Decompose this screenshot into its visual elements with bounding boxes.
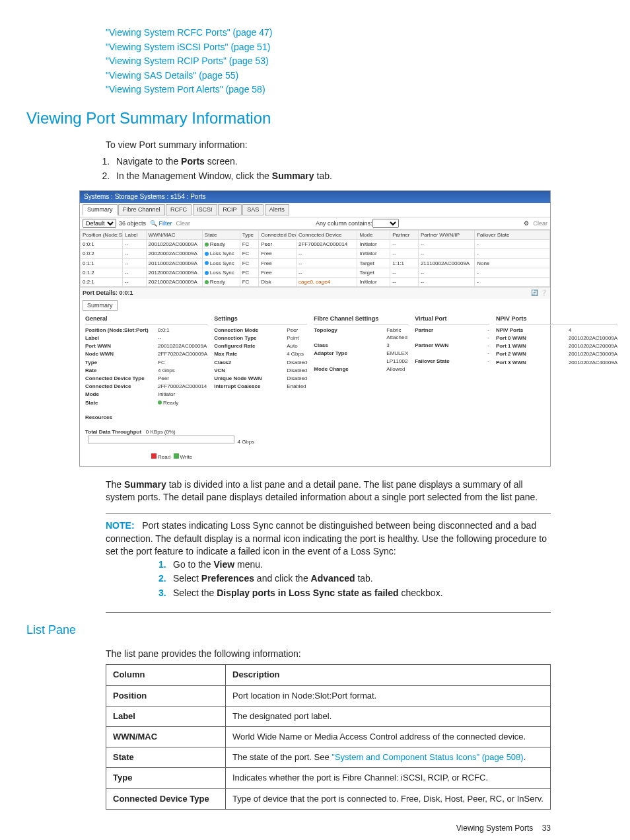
- table-row: PositionPort location in Node:Slot:Port …: [106, 685, 551, 706]
- npiv-header: NPIV Ports: [496, 315, 617, 325]
- table-row[interactable]: 0:2:1--20210002AC00009AReadyFCDiskcage0,…: [81, 277, 550, 286]
- toc-link[interactable]: "Viewing System iSCSI Ports" (page 51): [106, 42, 270, 52]
- detail-row: TopologyFabric Attached: [314, 326, 408, 341]
- tab-rcip[interactable]: RCIP: [218, 204, 242, 215]
- detail-row: Adapter TypeEMULEX LP11002: [314, 350, 408, 364]
- detail-row: Port 3 WWN20010202AC40009A: [496, 359, 617, 366]
- table-row[interactable]: 0:1:1--20110002AC00009ALoss SyncFCFree--…: [81, 258, 550, 268]
- write-color-icon: [174, 453, 179, 459]
- table-row: StateThe state of the port. See "System …: [106, 747, 551, 768]
- page-footer: Viewing System Ports 33: [53, 823, 551, 834]
- toc-link[interactable]: "Viewing System RCFC Ports" (page 47): [106, 27, 272, 38]
- intro-text: To view Port summary information:: [106, 139, 577, 152]
- detail-row: ModeInitiator: [85, 391, 207, 398]
- detail-row: Connected Device TypePeer: [85, 375, 207, 382]
- embedded-screenshot: Systems : Storage Systems : s154 : Ports…: [79, 190, 551, 467]
- cross-ref-link[interactable]: "System and Component Status Icons" (pag…: [332, 752, 523, 762]
- col-header[interactable]: Connected Device Type: [259, 230, 297, 239]
- listpane-heading: List Pane: [26, 622, 577, 638]
- virtual-header: Virtual Port: [415, 315, 489, 325]
- clear-link[interactable]: Clear: [176, 219, 191, 228]
- port-details-bar: Port Details: 0:0:1 🔄 ❔: [80, 287, 550, 299]
- throughput-value: 0 KBps (0%): [146, 429, 176, 435]
- resources-label: Resources: [85, 414, 112, 420]
- detail-row: VCNDisabled: [214, 367, 307, 374]
- col-header[interactable]: Position (Node:Slot:Port): [81, 230, 123, 239]
- column-description-table: Column Description PositionPort location…: [106, 664, 551, 809]
- detail-row: NPIV Ports4: [496, 326, 617, 334]
- fc-header: Fibre Channel Settings: [314, 315, 408, 325]
- col-header[interactable]: WWN/MAC: [146, 230, 202, 239]
- detail-row: Connected Device2FF70002AC000014: [85, 383, 207, 390]
- legend: Read Write: [151, 454, 192, 460]
- detail-row: Port 0 WWN20010202AC10009A: [496, 334, 617, 342]
- read-color-icon: [151, 453, 157, 459]
- table-row[interactable]: 0:0:2--20020002AC00009ALoss SyncFCFree--…: [81, 249, 550, 258]
- toc-links: "Viewing System RCFC Ports" (page 47) "V…: [106, 26, 577, 96]
- ports-list-table: Position (Node:Slot:Port) Label WWN/MAC …: [80, 230, 550, 287]
- table-row: LabelThe designated port label.: [106, 706, 551, 726]
- detail-pane: GeneralPosition (Node:Slot:Port)0:0:1Lab…: [80, 312, 550, 412]
- anycol-label: Any column contains:: [316, 219, 372, 228]
- filter-bar: Default 36 objects 🔍 Filter Clear Any co…: [80, 217, 550, 230]
- general-header: General: [85, 315, 207, 325]
- col-header[interactable]: Partner WWN/IP: [418, 230, 474, 239]
- detail-row: Interrupt CoalesceEnabled: [214, 383, 307, 390]
- clear-link-2[interactable]: Clear: [533, 219, 547, 228]
- col-header[interactable]: State: [202, 230, 240, 239]
- col-header[interactable]: Mode: [357, 230, 390, 239]
- throughput-label: Total Data Throughput: [85, 429, 141, 435]
- detail-row: Configured RateAuto: [214, 342, 307, 350]
- procedure-list: Navigate to the Ports screen. In the Man…: [112, 155, 577, 182]
- anycol-select[interactable]: [372, 219, 399, 228]
- refresh-icon[interactable]: 🔄: [531, 289, 538, 297]
- note-text: Port states indicating Loss Sync cannot …: [106, 520, 547, 556]
- help-icon[interactable]: ❔: [540, 289, 547, 297]
- subtab-summary[interactable]: Summary: [83, 300, 118, 311]
- col-header[interactable]: Connected Device: [297, 230, 357, 239]
- filter-link[interactable]: 🔍 Filter: [150, 219, 172, 228]
- settings-icon[interactable]: ⚙: [524, 219, 529, 228]
- throughput-rate: 4 Gbps: [237, 439, 254, 445]
- section-heading: Viewing Port Summary Information: [26, 107, 577, 130]
- tab-rcfc[interactable]: RCFC: [166, 204, 192, 215]
- toc-link[interactable]: "Viewing System Port Alerts" (page 58): [106, 84, 265, 95]
- step: In the Management Window, click the Summ…: [112, 170, 577, 183]
- detail-row: StateReady: [85, 399, 207, 406]
- detail-row: Max Rate4 Gbps: [214, 350, 307, 358]
- detail-row: Node WWN2FF70202AC00009A: [85, 350, 207, 358]
- detail-row: Failover State-: [415, 358, 489, 365]
- detail-row: Partner--: [415, 326, 489, 341]
- tab-alerts[interactable]: Alerts: [265, 204, 289, 215]
- table-row[interactable]: 0:1:2--20120002AC00009ALoss SyncFCFree--…: [81, 268, 550, 277]
- note-block: NOTE: Port states indicating Loss Sync c…: [106, 514, 551, 613]
- toc-link[interactable]: "Viewing SAS Details" (page 55): [106, 70, 238, 81]
- detail-row: Label--: [85, 334, 207, 342]
- table-row[interactable]: 0:0:1--20010202AC00009AReadyFCPeer2FF700…: [81, 240, 550, 249]
- filter-select[interactable]: Default: [83, 219, 116, 228]
- col-header[interactable]: Type: [240, 230, 258, 239]
- tab-summary[interactable]: Summary: [83, 204, 118, 215]
- step: Navigate to the Ports screen.: [112, 155, 577, 169]
- table-header: Description: [226, 665, 551, 685]
- step: Go to the View menu.: [158, 558, 551, 572]
- table-row: Connected Device TypeType of device that…: [106, 788, 551, 809]
- settings-header: Settings: [214, 315, 307, 325]
- detail-row: Mode ChangeAllowed: [314, 365, 408, 373]
- col-header[interactable]: Failover State: [475, 230, 550, 239]
- note-label: NOTE:: [106, 520, 135, 531]
- col-header[interactable]: Label: [122, 230, 146, 239]
- detail-row: Partner WWN--: [415, 342, 489, 356]
- tab-iscsi[interactable]: iSCSI: [193, 204, 217, 215]
- col-header[interactable]: Partner: [390, 230, 419, 239]
- detail-row: Connection TypePoint: [214, 334, 307, 342]
- window-titlebar: Systems : Storage Systems : s154 : Ports: [80, 191, 550, 203]
- table-row: WWN/MACWorld Wide Name or Media Access C…: [106, 726, 551, 747]
- step: Select the Display ports in Loss Sync st…: [158, 587, 551, 600]
- step: Select Preferences and click the Advance…: [158, 572, 551, 586]
- detail-row: Connection ModePeer: [214, 326, 307, 334]
- detail-row: Port 1 WWN20010202AC20009A: [496, 342, 617, 350]
- tab-sas[interactable]: SAS: [242, 204, 263, 215]
- toc-link[interactable]: "Viewing System RCIP Ports" (page 53): [106, 56, 269, 66]
- tab-fibre-channel[interactable]: Fibre Channel: [118, 204, 165, 215]
